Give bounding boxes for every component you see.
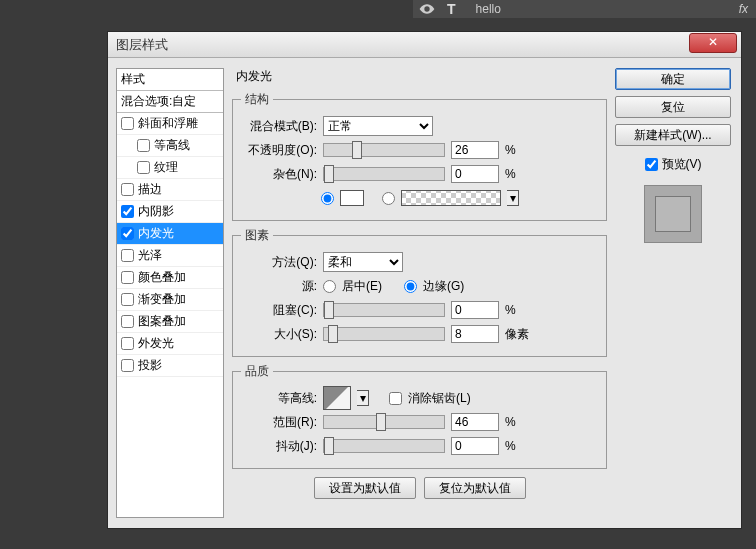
effect-item-1[interactable]: 等高线 [117,135,223,157]
effect-item-8[interactable]: 渐变叠加 [117,289,223,311]
elements-legend: 图素 [241,227,273,244]
ok-button[interactable]: 确定 [615,68,731,90]
effect-item-3[interactable]: 描边 [117,179,223,201]
source-edge-label: 边缘(G) [423,278,464,295]
opacity-input[interactable] [451,141,499,159]
effect-label: 内发光 [138,225,174,242]
antialias-label: 消除锯齿(L) [408,390,471,407]
text-layer-icon: T [447,1,456,17]
noise-slider[interactable] [323,167,445,181]
effect-label: 投影 [138,357,162,374]
contour-label: 等高线: [241,390,317,407]
fx-badge[interactable]: fx [739,2,748,16]
noise-label: 杂色(N): [241,166,317,183]
choke-label: 阻塞(C): [241,302,317,319]
effect-label: 图案叠加 [138,313,186,330]
noise-input[interactable] [451,165,499,183]
effect-item-0[interactable]: 斜面和浮雕 [117,113,223,135]
choke-slider[interactable] [323,303,445,317]
close-button[interactable]: ✕ [689,33,737,53]
panel-title: 内发光 [236,68,607,85]
preview-label: 预览(V) [662,156,702,173]
effect-label: 外发光 [138,335,174,352]
choke-unit: % [505,303,516,317]
effect-item-11[interactable]: 投影 [117,355,223,377]
gradient-preview[interactable] [401,190,501,206]
structure-group: 结构 混合模式(B): 正常 不透明度(O): % 杂色(N): % [232,91,607,221]
technique-combo[interactable]: 柔和 [323,252,403,272]
titlebar[interactable]: 图层样式 ✕ [108,32,741,58]
visibility-icon[interactable] [419,1,435,17]
preview-checkbox[interactable] [645,158,658,171]
jitter-input[interactable] [451,437,499,455]
opacity-slider[interactable] [323,143,445,157]
effect-checkbox[interactable] [121,249,134,262]
color-swatch[interactable] [340,190,364,206]
blendmode-label: 混合模式(B): [241,118,317,135]
effect-label: 等高线 [154,137,190,154]
jitter-slider[interactable] [323,439,445,453]
effect-label: 斜面和浮雕 [138,115,198,132]
effect-checkbox[interactable] [121,315,134,328]
effect-label: 颜色叠加 [138,269,186,286]
effect-item-2[interactable]: 纹理 [117,157,223,179]
effect-checkbox[interactable] [137,161,150,174]
effect-checkbox[interactable] [137,139,150,152]
layer-style-dialog: 图层样式 ✕ 样式 混合选项:自定 斜面和浮雕等高线纹理描边内阴影内发光光泽颜色… [107,31,742,529]
list-header-styles[interactable]: 样式 [117,69,223,91]
list-blending-options[interactable]: 混合选项:自定 [117,91,223,113]
range-slider[interactable] [323,415,445,429]
effect-checkbox[interactable] [121,337,134,350]
effects-list: 样式 混合选项:自定 斜面和浮雕等高线纹理描边内阴影内发光光泽颜色叠加渐变叠加图… [116,68,224,518]
effect-checkbox[interactable] [121,227,134,240]
color-radio-solid[interactable] [321,192,334,205]
gradient-dropdown-icon[interactable]: ▾ [507,190,519,206]
color-radio-gradient[interactable] [382,192,395,205]
set-default-button[interactable]: 设置为默认值 [314,477,416,499]
cancel-button[interactable]: 复位 [615,96,731,118]
effect-label: 内阴影 [138,203,174,220]
size-label: 大小(S): [241,326,317,343]
effect-checkbox[interactable] [121,271,134,284]
effect-item-9[interactable]: 图案叠加 [117,311,223,333]
dialog-title: 图层样式 [116,36,168,54]
effect-checkbox[interactable] [121,205,134,218]
effect-checkbox[interactable] [121,293,134,306]
structure-legend: 结构 [241,91,273,108]
source-center-radio[interactable] [323,280,336,293]
blendmode-combo[interactable]: 正常 [323,116,433,136]
effect-label: 描边 [138,181,162,198]
quality-group: 品质 等高线: ▾ 消除锯齿(L) 范围(R): % 抖动(J): [232,363,607,469]
effect-label: 渐变叠加 [138,291,186,308]
effect-item-4[interactable]: 内阴影 [117,201,223,223]
range-label: 范围(R): [241,414,317,431]
jitter-unit: % [505,439,516,453]
preview-checkbox-row[interactable]: 预览(V) [615,156,731,173]
effect-item-5[interactable]: 内发光 [117,223,223,245]
layers-panel: T hello fx [413,0,756,18]
effect-checkbox[interactable] [121,117,134,130]
elements-group: 图素 方法(Q): 柔和 源: 居中(E) 边缘(G) 阻塞(C): [232,227,607,357]
effect-checkbox[interactable] [121,183,134,196]
source-label: 源: [241,278,317,295]
effect-item-7[interactable]: 颜色叠加 [117,267,223,289]
choke-input[interactable] [451,301,499,319]
range-input[interactable] [451,413,499,431]
size-input[interactable] [451,325,499,343]
effect-item-6[interactable]: 光泽 [117,245,223,267]
reset-default-button[interactable]: 复位为默认值 [424,477,526,499]
jitter-label: 抖动(J): [241,438,317,455]
contour-preview[interactable] [323,386,351,410]
source-edge-radio[interactable] [404,280,417,293]
size-slider[interactable] [323,327,445,341]
antialias-checkbox[interactable] [389,392,402,405]
new-style-button[interactable]: 新建样式(W)... [615,124,731,146]
contour-dropdown-icon[interactable]: ▾ [357,390,369,406]
size-unit: 像素 [505,326,529,343]
layer-name[interactable]: hello [476,2,501,16]
quality-legend: 品质 [241,363,273,380]
effect-checkbox[interactable] [121,359,134,372]
range-unit: % [505,415,516,429]
effect-item-10[interactable]: 外发光 [117,333,223,355]
opacity-label: 不透明度(O): [241,142,317,159]
